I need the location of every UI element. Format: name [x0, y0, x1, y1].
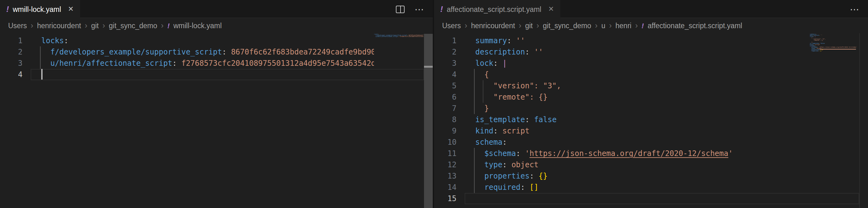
chevron-right-icon: › — [102, 21, 105, 30]
editor-right[interactable]: 1summary: ''2description: ''3lock: |4 {5… — [434, 33, 868, 208]
code-text: is_template: false — [475, 114, 557, 125]
code-line[interactable]: 7 } — [434, 103, 810, 114]
code-line[interactable]: 5 "version": "3", — [434, 80, 810, 92]
code-token: summary — [475, 36, 507, 45]
line-number: 2 — [0, 46, 23, 58]
minimap-line — [810, 52, 859, 54]
code-token: https://json-schema.org/draft/2020-12/sc… — [820, 46, 856, 48]
code-line[interactable]: 2 f/developers_example/supportive_script… — [0, 46, 374, 58]
code-token: u/henri/affectionate_script — [375, 36, 398, 37]
code-token: "version": "3", — [475, 81, 561, 90]
minimap[interactable]: summary: ''description: ''lock: | { "ver… — [810, 34, 859, 54]
breadcrumb-item[interactable]: Users — [8, 22, 27, 29]
breadcrumb-item-file[interactable]: affectionate_script.script.yaml — [648, 22, 742, 29]
code-area[interactable]: 1locks:2 f/developers_example/supportive… — [0, 35, 374, 208]
code-token: } — [475, 104, 489, 113]
line-number: 9 — [434, 125, 457, 136]
code-token: f2768573cfc204108975501312a4d95e7543a635… — [400, 36, 423, 37]
editor-left[interactable]: 1locks:2 f/developers_example/supportive… — [0, 33, 433, 208]
text-cursor — [41, 69, 42, 80]
tab-title: wmill-lock.yaml — [13, 5, 61, 13]
line-number: 5 — [434, 80, 457, 92]
breadcrumb-item[interactable]: git — [91, 22, 98, 29]
line-number: 13 — [434, 171, 457, 182]
code-line[interactable]: 3 u/henri/affectionate_script: f2768573c… — [0, 58, 374, 69]
line-number: 8 — [434, 114, 457, 125]
code-line[interactable]: 1locks: — [0, 35, 374, 46]
code-line[interactable]: 13 properties: {} — [434, 171, 810, 182]
code-line[interactable]: 14 required: [] — [434, 182, 810, 193]
breadcrumb-item[interactable]: henricourdent — [471, 22, 515, 29]
tab-affectionate-script[interactable]: ! affectionate_script.script.yaml ✕ — [434, 0, 560, 18]
code-token: {} — [822, 49, 823, 51]
chevron-right-icon: › — [85, 21, 87, 30]
code-line[interactable]: 3lock: | — [434, 58, 810, 69]
breadcrumb-item[interactable]: git — [525, 22, 532, 29]
code-text: summary: '' — [475, 35, 525, 46]
code-token: [] — [529, 183, 538, 192]
line-number: 3 — [0, 58, 23, 69]
code-line[interactable]: 8is_template: false — [434, 114, 810, 125]
code-line[interactable]: 9kind: script — [434, 125, 810, 136]
breadcrumb-item[interactable]: u — [601, 22, 606, 29]
breadcrumb-item[interactable]: henri — [615, 22, 631, 29]
more-actions-icon[interactable]: ⋯ — [850, 4, 860, 14]
line-number: 14 — [434, 182, 457, 193]
code-text: locks: — [41, 35, 68, 46]
breadcrumb: Users›henricourdent›git›git_sync_demo›u›… — [434, 18, 868, 33]
code-token: : — [521, 183, 530, 192]
line-number: 4 — [0, 69, 23, 80]
code-line[interactable]: 15 — [434, 193, 810, 204]
close-icon[interactable]: ✕ — [68, 6, 73, 12]
chevron-right-icon: › — [519, 21, 521, 30]
code-line[interactable]: 4 — [0, 69, 374, 80]
code-line[interactable]: 1summary: '' — [434, 35, 810, 46]
breadcrumb-item[interactable]: henricourdent — [37, 22, 81, 29]
code-text: required: [] — [475, 182, 538, 193]
code-line[interactable]: 11 $schema: 'https://json-schema.org/dra… — [434, 148, 810, 159]
code-token: properties — [484, 172, 530, 180]
line-number: 7 — [434, 103, 457, 114]
code-token: : — [525, 48, 534, 56]
tab-wmill-lock[interactable]: ! wmill-lock.yaml ✕ — [0, 0, 80, 18]
code-line[interactable]: 12 type: object — [434, 159, 810, 171]
close-icon[interactable]: ✕ — [548, 6, 554, 12]
minimap-line: u/henri/affectionate_script: f2768573cfc… — [374, 36, 423, 37]
scrollbar[interactable] — [424, 34, 433, 208]
code-token: script — [502, 127, 530, 135]
code-token: lock — [475, 59, 493, 68]
code-token: {} — [538, 172, 548, 180]
code-text: description: '' — [475, 46, 543, 58]
code-token: : — [502, 160, 512, 169]
editor-group-right: ! affectionate_script.script.yaml ✕ ⋯ Us… — [434, 0, 868, 208]
minimap[interactable]: locks: f/developers_example/supportive_s… — [374, 34, 423, 39]
code-token: required — [484, 183, 521, 192]
code-line[interactable]: 2description: '' — [434, 46, 810, 58]
code-token: ' — [525, 149, 529, 158]
split-editor-icon[interactable] — [396, 5, 405, 13]
breadcrumb-item[interactable]: Users — [442, 22, 461, 29]
editor-actions-left: ⋯ — [396, 0, 425, 18]
code-line[interactable]: 10schema: — [434, 136, 810, 148]
line-number: 4 — [434, 69, 457, 80]
code-line[interactable]: 4 { — [434, 69, 810, 80]
code-line[interactable]: 6 "remote": {} — [434, 92, 810, 103]
code-area[interactable]: 1summary: ''2description: ''3lock: |4 {5… — [434, 35, 810, 208]
yaml-file-icon: ! — [167, 22, 169, 29]
code-token: ' — [728, 149, 733, 158]
code-token: schema — [475, 138, 502, 147]
code-token: : — [525, 115, 534, 124]
yaml-file-icon: ! — [642, 22, 644, 29]
code-token: : — [222, 48, 231, 56]
breadcrumb-item[interactable]: git_sync_demo — [109, 22, 157, 29]
scrollbar-track[interactable] — [859, 33, 868, 208]
breadcrumb-item[interactable]: git_sync_demo — [543, 22, 591, 29]
code-token: ' — [856, 46, 857, 48]
tab-title: affectionate_script.script.yaml — [447, 5, 541, 13]
more-actions-icon[interactable]: ⋯ — [414, 4, 425, 14]
code-token — [41, 48, 50, 56]
code-text: "version": "3", — [475, 80, 561, 92]
breadcrumb-item-file[interactable]: wmill-lock.yaml — [173, 22, 222, 29]
line-number: 1 — [0, 35, 23, 46]
code-token: '' — [820, 34, 822, 36]
